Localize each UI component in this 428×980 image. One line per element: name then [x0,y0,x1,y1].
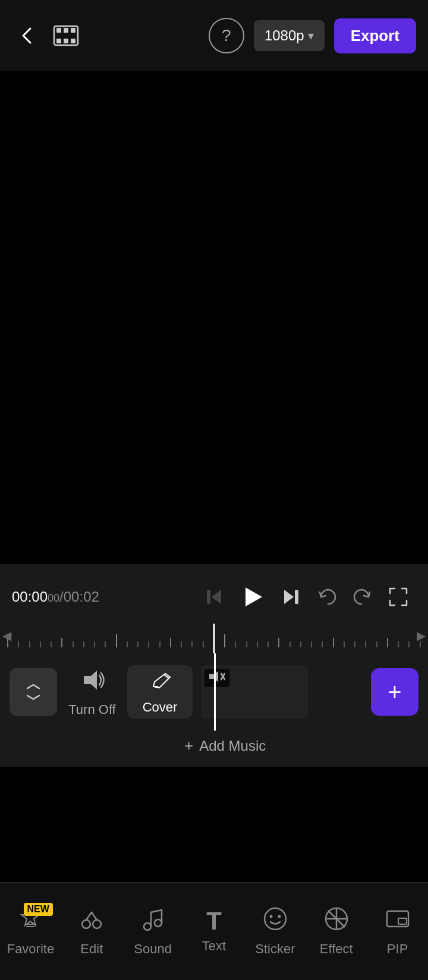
svg-rect-8 [207,590,210,604]
playhead-line [213,624,215,653]
nav-item-edit[interactable]: Edit [61,906,122,957]
svg-marker-10 [284,590,294,604]
timeline-area: 00:0000/00:02 [0,564,428,767]
tick [339,641,350,647]
tick [89,641,100,647]
svg-rect-5 [64,39,68,43]
svg-line-24 [92,912,97,920]
tick [187,641,197,647]
nav-item-sticker[interactable]: Sticker [244,906,306,957]
top-bar: ? 1080p ▾ Export [0,0,428,71]
undo-button[interactable] [309,579,345,615]
audio-toggle-button[interactable]: Turn Off [65,667,119,717]
time-controls: 00:0000/00:02 [0,576,428,618]
svg-point-32 [278,915,281,918]
nav-label-sound: Sound [134,941,172,957]
time-separator: / [59,589,64,605]
cover-button[interactable]: Cover [127,665,193,719]
svg-rect-11 [295,590,298,604]
add-track-button[interactable]: + [371,668,418,716]
tick [133,641,143,647]
skip-back-button[interactable] [196,579,232,615]
tick [306,641,317,647]
tick [382,638,393,647]
tick [56,638,67,647]
effect-icon [324,906,349,937]
back-button[interactable] [12,21,42,50]
skip-forward-button[interactable] [273,579,309,615]
svg-rect-6 [71,39,75,43]
resolution-button[interactable]: 1080p ▾ [254,20,325,51]
tick [295,641,306,647]
ruler-left-arrow: ◀ [2,628,11,643]
tick [155,641,165,647]
export-button[interactable]: Export [334,18,416,53]
svg-point-30 [265,908,286,930]
tick [328,638,339,647]
tick [317,641,328,647]
audio-icon [79,667,105,698]
tick [241,641,252,647]
export-label: Export [351,27,399,45]
tick [273,638,284,647]
tick [404,641,414,647]
bottom-nav: NEW Favorite Edit [0,882,428,980]
nav-label-favorite: Favorite [7,941,54,957]
tick [198,641,209,647]
nav-label-effect: Effect [320,941,353,957]
svg-rect-1 [56,28,61,33]
svg-marker-15 [209,671,218,682]
new-badge: NEW [24,903,53,916]
resolution-arrow-icon: ▾ [308,29,314,43]
total-time: 00:02 [64,589,99,605]
cover-label: Cover [143,700,178,715]
nav-label-edit: Edit [80,941,103,957]
nav-item-effect[interactable]: Effect [306,906,367,957]
nav-item-sound[interactable]: Sound [122,906,184,957]
tick [24,641,35,647]
mute-badge [204,669,229,687]
tick [143,641,154,647]
edit-scissors-icon [79,906,104,937]
resolution-label: 1080p [265,27,304,44]
nav-item-text[interactable]: T Text [184,909,245,954]
tick [68,641,78,647]
timeline-ruler[interactable]: ◀ [0,624,428,653]
cover-edit-icon [149,669,171,696]
current-time: 00:00 [12,589,48,605]
nav-label-text: Text [202,938,226,954]
tick [13,641,24,647]
nav-item-favorite[interactable]: NEW Favorite [0,906,61,957]
tick [35,641,46,647]
help-button[interactable]: ? [209,18,244,53]
track-expand-button[interactable] [10,668,57,716]
svg-line-29 [151,910,162,912]
svg-marker-7 [212,590,221,604]
fullscreen-button[interactable] [380,579,416,615]
svg-point-21 [82,920,90,928]
add-music-label: Add Music [199,738,266,754]
tick [111,634,122,647]
tick [46,641,56,647]
help-icon: ? [222,26,231,45]
svg-marker-9 [246,587,262,606]
add-music-row[interactable]: + Add Music [172,731,428,767]
tick [350,641,360,647]
tick [263,641,273,647]
text-T-icon: T [206,909,222,934]
svg-point-26 [155,919,162,927]
sound-note-icon [140,906,165,937]
svg-rect-3 [71,28,75,33]
track-area: Turn Off Cover [0,653,428,731]
tick [219,634,230,647]
video-clip[interactable] [201,665,308,719]
video-preview [0,71,428,564]
nav-item-pip[interactable]: PIP [367,906,428,957]
sticker-smiley-icon [263,906,288,937]
svg-point-25 [144,923,151,930]
svg-point-31 [269,915,272,918]
tick [372,641,382,647]
play-button[interactable] [232,576,273,618]
redo-button[interactable] [345,579,380,615]
tick [285,641,295,647]
